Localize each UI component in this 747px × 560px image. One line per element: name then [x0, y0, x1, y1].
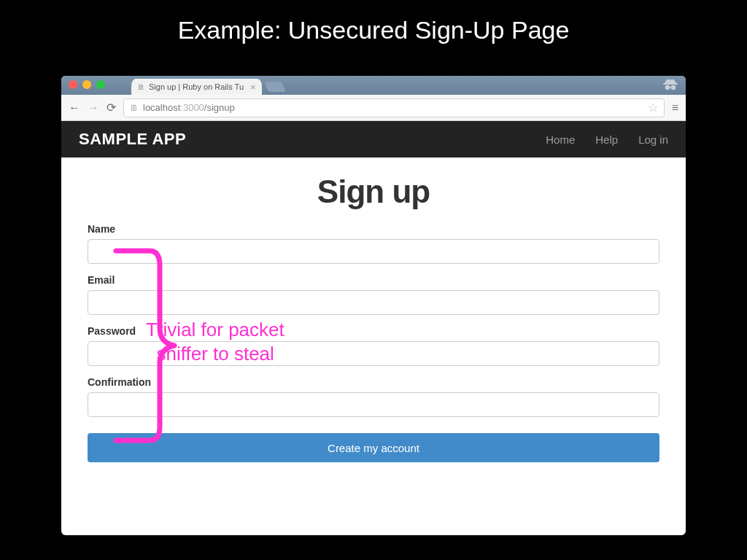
bookmark-star-icon[interactable]: ☆	[648, 101, 658, 114]
nav-home[interactable]: Home	[546, 133, 575, 146]
page-heading: Sign up	[88, 174, 659, 210]
page-content: SAMPLE APP Home Help Log in Sign up Name…	[61, 121, 686, 477]
confirmation-input[interactable]	[88, 392, 659, 417]
label-name: Name	[88, 223, 659, 235]
name-input[interactable]	[88, 239, 659, 264]
browser-window: 🗎 Sign up | Ruby on Rails Tu × ← → ⟳ 🗎 l…	[61, 76, 686, 535]
app-navbar: SAMPLE APP Home Help Log in	[61, 121, 686, 158]
minimize-window-button[interactable]	[82, 80, 91, 89]
browser-menu-icon[interactable]: ≡	[672, 101, 678, 114]
site-info-icon: 🗎	[130, 103, 139, 113]
url-host: localhost	[143, 102, 180, 113]
url-text: localhost:3000/signup	[143, 102, 235, 113]
nav-login[interactable]: Log in	[638, 133, 668, 146]
forward-button[interactable]: →	[88, 101, 99, 114]
app-brand[interactable]: SAMPLE APP	[79, 130, 186, 149]
svg-rect-3	[670, 87, 672, 88]
nav-links: Home Help Log in	[546, 133, 668, 146]
svg-point-2	[671, 85, 676, 90]
browser-toolbar: ← → ⟳ 🗎 localhost:3000/signup ☆ ≡	[61, 95, 686, 121]
window-controls	[69, 80, 105, 89]
maximize-window-button[interactable]	[96, 80, 105, 89]
close-window-button[interactable]	[69, 80, 77, 89]
password-input[interactable]	[88, 341, 659, 366]
nav-help[interactable]: Help	[595, 133, 618, 146]
back-button[interactable]: ←	[69, 101, 80, 114]
browser-tab[interactable]: 🗎 Sign up | Ruby on Rails Tu ×	[131, 79, 262, 95]
reload-button[interactable]: ⟳	[107, 101, 116, 114]
email-input[interactable]	[88, 290, 659, 315]
new-tab-button[interactable]	[264, 82, 286, 92]
address-bar[interactable]: 🗎 localhost:3000/signup ☆	[123, 98, 665, 117]
close-tab-button[interactable]: ×	[250, 82, 256, 93]
svg-rect-0	[663, 83, 678, 85]
slide-title: Example: Unsecured Sign-Up Page	[0, 0, 747, 44]
tab-title: Sign up | Ruby on Rails Tu	[149, 82, 244, 91]
url-path: /signup	[204, 102, 235, 113]
incognito-icon	[662, 78, 678, 94]
label-password: Password	[88, 325, 659, 337]
page-icon: 🗎	[137, 82, 145, 91]
label-email: Email	[88, 274, 659, 286]
browser-titlebar: 🗎 Sign up | Ruby on Rails Tu ×	[61, 76, 686, 95]
label-confirmation: Confirmation	[88, 376, 659, 388]
svg-point-1	[665, 85, 670, 90]
create-account-button[interactable]: Create my account	[88, 433, 659, 462]
url-port: :3000	[180, 102, 204, 113]
